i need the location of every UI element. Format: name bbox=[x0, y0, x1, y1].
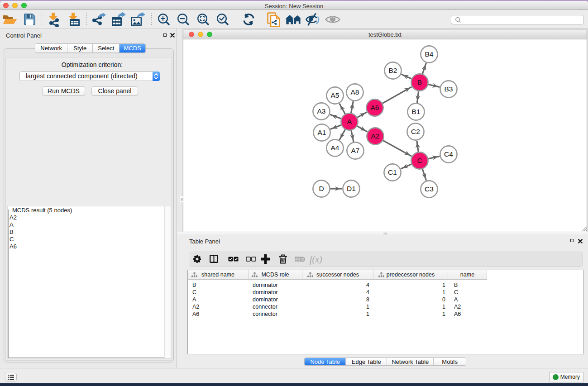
svg-text:C1: C1 bbox=[388, 168, 397, 176]
svg-text:A: A bbox=[347, 118, 352, 125]
svg-text:C4: C4 bbox=[444, 150, 453, 158]
svg-text:A8: A8 bbox=[351, 88, 359, 96]
svg-text:C: C bbox=[417, 157, 422, 164]
svg-text:A1: A1 bbox=[318, 129, 326, 136]
svg-text:C3: C3 bbox=[425, 185, 434, 193]
svg-text:B: B bbox=[417, 78, 422, 86]
svg-text:D1: D1 bbox=[347, 185, 356, 192]
svg-text:A2: A2 bbox=[371, 132, 380, 140]
svg-text:D: D bbox=[319, 185, 324, 192]
svg-text:C2: C2 bbox=[411, 128, 420, 135]
svg-text:B3: B3 bbox=[445, 85, 453, 93]
svg-text:B2: B2 bbox=[389, 67, 397, 74]
svg-text:A4: A4 bbox=[331, 144, 339, 152]
svg-text:A7: A7 bbox=[351, 147, 360, 154]
svg-text:A5: A5 bbox=[331, 91, 339, 99]
svg-text:A3: A3 bbox=[317, 107, 326, 115]
svg-text:B1: B1 bbox=[412, 108, 421, 115]
svg-text:B4: B4 bbox=[425, 50, 434, 58]
svg-text:A6: A6 bbox=[371, 104, 379, 111]
